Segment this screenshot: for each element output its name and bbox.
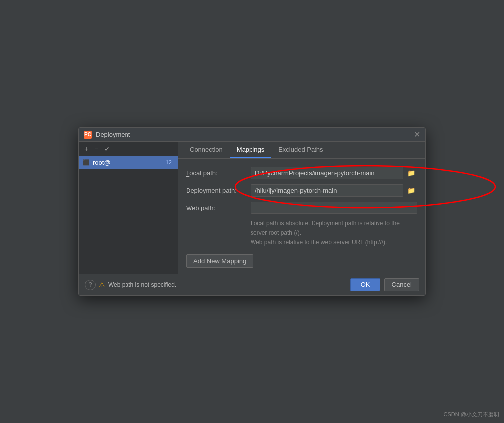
local-path-input[interactable]	[251, 167, 403, 179]
tab-excluded-paths[interactable]: Excluded Paths	[271, 142, 330, 158]
app-icon: PC	[84, 131, 92, 139]
apply-button[interactable]: ✓	[102, 144, 113, 154]
add-new-mapping-button[interactable]: Add New Mapping	[186, 254, 253, 268]
tab-connection[interactable]: Connection	[183, 142, 230, 158]
left-toolbar: + − ✓	[79, 142, 178, 156]
warning-message: Web path is not specified.	[108, 282, 176, 288]
server-item[interactable]: ⬛ root@ 12	[79, 156, 178, 169]
deployment-path-label: Deployment path:	[186, 187, 251, 194]
web-path-label: Web path:	[186, 204, 251, 212]
add-server-button[interactable]: +	[82, 144, 91, 154]
local-path-input-wrap: 📁	[251, 167, 417, 179]
web-path-input-wrap	[251, 202, 417, 214]
ok-button[interactable]: OK	[350, 278, 380, 291]
deployment-path-browse-button[interactable]: 📁	[405, 186, 417, 195]
content-area: Local path: 📁 Deployment path:	[178, 159, 425, 274]
title-bar-left: PC Deployment	[84, 131, 130, 139]
watermark: CSDN @小文刀不磨叨	[444, 411, 499, 418]
right-panel: Connection Mappings Excluded Paths Local…	[178, 142, 425, 274]
web-path-row: Web path:	[186, 202, 417, 214]
title-bar: PC Deployment ✕	[79, 128, 425, 142]
help-button[interactable]: ?	[85, 280, 96, 290]
sftp-icon: ⬛	[83, 159, 90, 166]
local-path-row: Local path: 📁	[186, 167, 417, 179]
tabs: Connection Mappings Excluded Paths	[178, 142, 425, 159]
hint-line1: Local path is absolute. Deployment path …	[251, 219, 417, 238]
dialog-body: + − ✓ ⬛ root@ 12 Connection Mappings	[79, 142, 425, 274]
footer-buttons: OK Cancel	[350, 278, 419, 291]
deployment-path-input-wrap: 📁	[251, 184, 417, 197]
warning-area: ? ⚠ Web path is not specified.	[85, 280, 176, 290]
local-path-browse-button[interactable]: 📁	[405, 168, 417, 178]
left-panel: + − ✓ ⬛ root@ 12	[79, 142, 178, 274]
tab-mappings[interactable]: Mappings	[230, 142, 271, 158]
server-name: root@	[93, 159, 161, 166]
web-path-input[interactable]	[251, 202, 417, 214]
server-badge: 12	[164, 159, 174, 165]
mapping-area: Local path: 📁 Deployment path:	[186, 167, 417, 197]
hint-line2: Web path is relative to the web server U…	[251, 238, 417, 247]
close-button[interactable]: ✕	[414, 131, 420, 139]
local-path-label: Local path:	[186, 169, 251, 177]
hint-text: Local path is absolute. Deployment path …	[186, 219, 417, 248]
deployment-path-input[interactable]	[251, 184, 403, 197]
dialog-footer: ? ⚠ Web path is not specified. OK Cancel	[79, 274, 425, 295]
deployment-dialog: PC Deployment ✕ + − ✓ ⬛ root@ 12	[78, 127, 426, 296]
remove-server-button[interactable]: −	[92, 144, 101, 154]
cancel-button[interactable]: Cancel	[384, 278, 419, 291]
dialog-title: Deployment	[96, 131, 130, 138]
warning-icon: ⚠	[99, 281, 105, 289]
deployment-path-row: Deployment path: 📁	[186, 184, 417, 197]
